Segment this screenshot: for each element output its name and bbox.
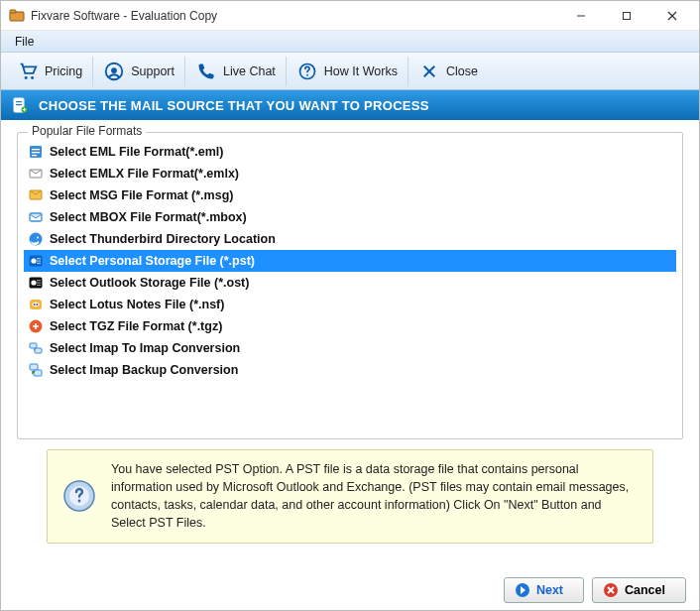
question-icon: [296, 61, 318, 82]
svg-point-9: [111, 67, 117, 73]
toolbar-close-button[interactable]: Close: [408, 57, 488, 86]
svg-rect-44: [30, 364, 38, 370]
svg-point-38: [32, 303, 39, 306]
format-row[interactable]: Select TGZ File Format (*.tgz): [24, 315, 676, 337]
svg-point-39: [34, 304, 36, 306]
svg-rect-20: [32, 152, 40, 153]
svg-rect-3: [624, 12, 631, 19]
format-label: Select MBOX File Format(*.mbox): [50, 210, 247, 224]
tgz-icon: [28, 318, 44, 334]
svg-point-33: [31, 280, 36, 285]
svg-rect-45: [34, 370, 42, 376]
format-label: Select TGZ File Format (*.tgz): [50, 319, 222, 333]
document-plus-icon: [11, 96, 29, 114]
next-button[interactable]: Next: [504, 577, 584, 603]
svg-rect-29: [37, 258, 41, 259]
headset-icon: [103, 61, 125, 82]
format-row[interactable]: Select Lotus Notes File (*.nsf): [24, 294, 676, 315]
toolbar-label: Live Chat: [223, 64, 276, 78]
format-row[interactable]: Select Imap To Imap Conversion: [24, 337, 676, 359]
content-area: Popular File Formats Select EML File For…: [1, 120, 699, 551]
formats-legend: Popular File Formats: [28, 124, 146, 138]
svg-point-7: [31, 75, 34, 78]
footer-buttons: Next Cancel: [504, 577, 686, 603]
close-icon: [418, 61, 440, 82]
eml-icon: [28, 144, 44, 160]
svg-point-26: [37, 237, 39, 239]
format-row[interactable]: Select MBOX File Format(*.mbox): [24, 206, 676, 228]
pst-icon: [28, 253, 44, 269]
nsf-icon: [28, 297, 44, 312]
svg-rect-16: [16, 104, 22, 105]
menubar: File: [1, 31, 699, 53]
format-row[interactable]: Select Thunderbird Directory Location: [24, 228, 676, 250]
toolbar-livechat-button[interactable]: Live Chat: [185, 57, 287, 86]
svg-point-48: [78, 500, 81, 503]
window-minimize-button[interactable]: [558, 1, 604, 31]
toolbar-label: Close: [446, 64, 478, 78]
phone-icon: [195, 61, 217, 82]
toolbar-pricing-button[interactable]: Pricing: [7, 57, 93, 86]
msg-icon: [28, 187, 44, 203]
window-titlebar: Fixvare Software - Evaluation Copy: [1, 1, 699, 31]
info-icon: [61, 478, 97, 514]
svg-rect-21: [32, 155, 37, 156]
format-label: Select Lotus Notes File (*.nsf): [50, 298, 224, 311]
app-icon: [9, 8, 25, 24]
format-label: Select Personal Storage File (*.pst): [50, 254, 255, 268]
format-label: Select Outlook Storage File (*.ost): [50, 276, 249, 290]
format-row[interactable]: Select Outlook Storage File (*.ost): [24, 272, 676, 294]
toolbar-label: Pricing: [45, 64, 82, 78]
toolbar: Pricing Support Live Chat How It Works C…: [1, 53, 699, 90]
mbox-icon: [28, 209, 44, 225]
toolbar-support-button[interactable]: Support: [93, 57, 185, 86]
svg-rect-35: [37, 282, 41, 283]
emlx-icon: [28, 166, 44, 182]
svg-rect-36: [37, 285, 41, 286]
ost-icon: [28, 275, 44, 291]
format-row[interactable]: Select Personal Storage File (*.pst): [24, 250, 676, 272]
svg-rect-30: [37, 260, 41, 261]
menu-file[interactable]: File: [7, 33, 42, 51]
formats-list: Select EML File Format(*.eml)Select EMLX…: [24, 141, 676, 381]
button-label: Cancel: [625, 583, 665, 597]
svg-point-28: [31, 258, 36, 263]
window-close-button[interactable]: [649, 1, 695, 31]
cart-icon: [17, 61, 39, 82]
info-panel: You have selected PST Option. A PST file…: [47, 449, 653, 544]
format-label: Select EML File Format(*.eml): [50, 145, 224, 159]
format-row[interactable]: Select Imap Backup Conversion: [24, 359, 676, 381]
imap-backup-icon: [28, 362, 44, 378]
format-row[interactable]: Select EMLX File Format(*.emlx): [24, 163, 676, 184]
format-row[interactable]: Select EML File Format(*.eml): [24, 141, 676, 163]
imap-icon: [28, 340, 44, 356]
format-label: Select Imap To Imap Conversion: [50, 341, 240, 355]
svg-point-6: [25, 75, 28, 78]
toolbar-label: Support: [131, 64, 175, 78]
svg-point-11: [306, 73, 308, 75]
svg-point-40: [36, 304, 38, 306]
arrow-right-icon: [515, 582, 530, 598]
info-text: You have selected PST Option. A PST file…: [111, 460, 639, 533]
toolbar-howitworks-button[interactable]: How It Works: [287, 57, 408, 86]
svg-rect-42: [30, 343, 37, 348]
window-title: Fixvare Software - Evaluation Copy: [31, 9, 558, 23]
toolbar-label: How It Works: [324, 64, 398, 78]
format-label: Select Imap Backup Conversion: [50, 363, 238, 377]
svg-rect-19: [32, 149, 40, 150]
svg-rect-15: [16, 101, 22, 102]
format-row[interactable]: Select MSG File Format (*.msg): [24, 184, 676, 206]
svg-rect-31: [37, 263, 41, 264]
thunderbird-icon: [28, 231, 44, 247]
formats-group: Popular File Formats Select EML File For…: [17, 132, 683, 439]
button-label: Next: [536, 583, 563, 597]
cancel-button[interactable]: Cancel: [592, 577, 686, 603]
svg-rect-34: [37, 280, 41, 281]
section-banner: CHOOSE THE MAIL SOURCE THAT YOU WANT TO …: [1, 90, 699, 120]
window-maximize-button[interactable]: [604, 1, 649, 31]
svg-rect-1: [10, 10, 16, 13]
cancel-icon: [603, 582, 619, 598]
format-label: Select MSG File Format (*.msg): [50, 188, 233, 202]
banner-text: CHOOSE THE MAIL SOURCE THAT YOU WANT TO …: [39, 98, 429, 113]
format-label: Select EMLX File Format(*.emlx): [50, 167, 239, 181]
